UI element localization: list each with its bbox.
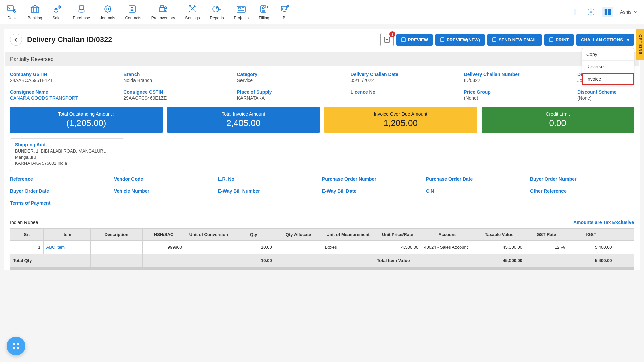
print-button[interactable]: PRINT — [544, 34, 574, 46]
svg-rect-7 — [129, 6, 135, 12]
lr-no-label: L.R. No. — [218, 176, 322, 182]
buyer-order-number-label: Buyer Order Number — [530, 176, 634, 182]
th-item: Item — [43, 228, 91, 240]
th-hsn: HSN/SAC — [143, 228, 185, 240]
svg-rect-27 — [605, 12, 607, 15]
purchase-icon — [76, 4, 87, 14]
svg-point-11 — [165, 7, 167, 9]
consignee-gstin: 29AACFC9460E1ZE — [123, 95, 237, 101]
contacts-icon — [128, 4, 139, 14]
currency-name: Indian Rupee — [10, 220, 38, 225]
main-panel: OPTIONS Delivery Challan ID/0322 1 PREVI… — [4, 29, 640, 270]
buyer-order-date-label: Buyer Order Date — [10, 188, 114, 194]
preview-new-button[interactable]: PREVIEW(NEW) — [435, 34, 485, 46]
cin-label: CIN — [426, 188, 530, 194]
menu-reverse[interactable]: Reverse — [582, 60, 634, 73]
th-gst-rate: GST Rate — [525, 228, 568, 240]
horizontal-scrollbar[interactable] — [10, 267, 634, 270]
consignee-name-label: Consignee Name — [10, 89, 123, 95]
page-title: Delivery Challan ID/0322 — [27, 35, 112, 44]
top-navigation: Desk Banking Sales Purchase Journals Con… — [0, 0, 644, 24]
gear-icon[interactable] — [586, 7, 596, 17]
vendor-code-label: Vendor Code — [114, 176, 218, 182]
price-group: (None) — [464, 95, 577, 101]
back-button[interactable] — [10, 34, 22, 46]
preview-button[interactable]: PREVIEW — [396, 34, 433, 46]
licence-label: Licence No — [351, 89, 464, 95]
nav-projects[interactable]: Projects — [234, 4, 249, 20]
stat-invoice: Total Invoice Amount2,405.00 — [167, 107, 320, 133]
svg-point-6 — [107, 8, 109, 10]
svg-rect-15 — [219, 10, 221, 11]
filling-icon — [259, 4, 269, 14]
nav-filling[interactable]: Filling — [259, 4, 269, 20]
shipping-address: Shipping Add. BUNDER, 1, BIBI ALABI ROAD… — [10, 138, 124, 171]
challan-options-button[interactable]: CHALLAN OPTIONS▾ — [576, 34, 634, 46]
vehicle-number-label: Vehicle Number — [114, 188, 218, 194]
th-qty: Qty — [232, 228, 275, 240]
chevron-left-icon — [13, 37, 19, 42]
table-row[interactable]: 1 ABC Item 999800 10.00 Boxes 4,500.00 4… — [10, 240, 634, 254]
nav-contacts[interactable]: Contacts — [125, 4, 141, 20]
th-desc: Description — [91, 228, 143, 240]
upload-icon — [383, 36, 391, 44]
company-gstin: 24AABCA5951E1Z1 — [10, 78, 123, 83]
svg-rect-18 — [242, 8, 244, 9]
stat-credit: Credit Limit0.00 — [482, 107, 634, 133]
svg-rect-9 — [160, 8, 164, 12]
svg-rect-31 — [441, 38, 444, 42]
nav-bi[interactable]: BI — [279, 4, 290, 20]
nav-banking[interactable]: Banking — [28, 4, 42, 20]
calculator-icon[interactable] — [602, 7, 613, 17]
inventory-icon — [158, 4, 168, 14]
nav-settings[interactable]: Settings — [185, 4, 200, 20]
svg-rect-25 — [605, 9, 607, 11]
file-icon — [440, 37, 445, 42]
reports-icon — [212, 4, 222, 14]
desk-icon — [7, 4, 17, 14]
nav-pro-inventory[interactable]: Pro Inventory — [151, 4, 175, 20]
branch: Noida Branch — [123, 78, 237, 83]
user-menu[interactable]: Ashis — [620, 9, 637, 15]
number-label: Delivery Challan Number — [464, 72, 577, 77]
th-extra — [615, 228, 634, 240]
options-side-tab[interactable]: OPTIONS — [636, 29, 644, 60]
th-sr: Sr. — [10, 228, 44, 240]
shipping-title[interactable]: Shipping Add. — [15, 142, 119, 147]
category-label: Category — [237, 72, 350, 77]
svg-point-24 — [590, 11, 592, 13]
nav-purchase[interactable]: Purchase — [73, 4, 90, 20]
nav-journals[interactable]: Journals — [100, 4, 115, 20]
branch-label: Branch — [123, 72, 237, 77]
send-email-button[interactable]: SEND NEW EMAIL — [487, 34, 542, 46]
th-uoc: Unit of Conversion — [185, 228, 232, 240]
date: 05/11/2022 — [351, 78, 464, 83]
add-icon[interactable] — [570, 7, 580, 17]
svg-rect-16 — [237, 6, 245, 12]
svg-rect-10 — [160, 6, 164, 8]
challan-options-menu: Copy Reverse Invoice — [582, 48, 634, 85]
th-uom: Unit of Measurement — [322, 228, 374, 240]
consignee-name[interactable]: CANARA GOODS TRANSPORT — [10, 95, 123, 101]
projects-icon — [236, 4, 247, 14]
nav-reports[interactable]: Reports — [210, 4, 224, 20]
consignee-gstin-label: Consignee GSTIN — [123, 89, 237, 95]
svg-rect-28 — [608, 12, 611, 15]
menu-invoice[interactable]: Invoice — [582, 73, 634, 85]
po-date-label: Purchase Order Date — [426, 176, 530, 182]
banking-icon — [30, 4, 40, 14]
stat-outstanding: Total Outstanding Amount :(1,205.00) — [10, 107, 163, 133]
discount-label: Discount Scheme — [577, 89, 634, 95]
item-link[interactable]: ABC Item — [43, 240, 91, 254]
menu-copy[interactable]: Copy — [582, 48, 634, 60]
nav-sales[interactable]: Sales — [52, 4, 63, 20]
svg-point-8 — [131, 7, 133, 9]
nav-desk[interactable]: Desk — [7, 4, 17, 20]
price-group-label: Price Group — [464, 89, 577, 95]
stat-overdue: Invoice Over Due Amount1,205.00 — [324, 107, 477, 133]
file-icon — [401, 37, 406, 42]
status-bar: Partially Reversed — [5, 52, 639, 66]
upload-badge: 1 — [389, 31, 395, 37]
upload-button[interactable]: 1 — [380, 33, 394, 46]
file-icon — [549, 37, 554, 42]
